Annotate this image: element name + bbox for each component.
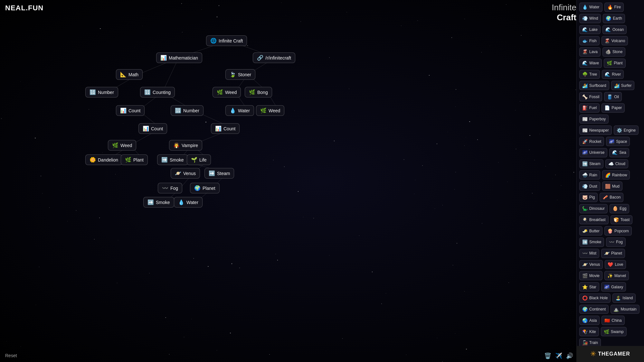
node-r-infinitecraft[interactable]: 🔗/r/infinitecraft (253, 52, 295, 63)
node-number2[interactable]: 🔢Number (171, 105, 204, 116)
sidebar-item-38[interactable]: 🍞Toast (611, 215, 633, 225)
node-label-smoke1: Smoke (170, 157, 184, 162)
sidebar-item-22[interactable]: ⚙️Engine (614, 125, 639, 135)
sidebar-item-45[interactable]: 🪐Venus (579, 260, 603, 269)
sidebar-item-13[interactable]: 🌊River (602, 70, 624, 79)
sidebar-item-0[interactable]: 💧Water (579, 3, 602, 12)
sidebar-emoji-23: 🚀 (582, 139, 588, 144)
sidebar-item-5[interactable]: 🌊Ocean (602, 25, 627, 34)
node-plant[interactable]: 🌿Plant (121, 154, 148, 165)
sidebar-item-54[interactable]: ⛰️Mountain (611, 305, 639, 314)
sound-icon[interactable]: 🔊 (566, 352, 573, 359)
sidebar-item-24[interactable]: 🌌Space (606, 137, 630, 146)
sidebar-item-46[interactable]: ❤️Love (605, 260, 626, 269)
node-planet1[interactable]: 🌍Planet (190, 183, 220, 193)
sidebar-item-12[interactable]: 🌳Tree (579, 70, 600, 79)
node-water2[interactable]: 💧Water (174, 197, 203, 208)
sidebar-item-42[interactable]: 〰️Fog (606, 237, 626, 247)
node-stoner[interactable]: 🍃Stoner (225, 69, 255, 80)
sidebar-emoji-50: 🌌 (604, 284, 610, 290)
sidebar-item-21[interactable]: 📰Newspaper (579, 125, 612, 135)
sidebar-item-8[interactable]: 🌋Lava (579, 47, 601, 57)
node-number1[interactable]: 🔢Number (85, 87, 118, 97)
sidebar-item-16[interactable]: 🦴Fossil (579, 92, 602, 101)
sidebar-item-1[interactable]: 🔥Fire (604, 3, 624, 12)
sidebar-item-55[interactable]: 🌏Asia (579, 316, 600, 325)
sidebar-item-28[interactable]: ☁️Cloud (605, 159, 628, 169)
sidebar-item-41[interactable]: ➡️Smoke (579, 237, 604, 247)
node-count2[interactable]: 📊Count (138, 123, 167, 134)
trash-icon[interactable]: 🗑️ (544, 352, 551, 359)
sidebar-item-48[interactable]: ✨Marvel (604, 271, 629, 280)
node-vampire[interactable]: 🧛Vampire (169, 140, 202, 151)
sidebar-item-47[interactable]: 🎬Movie (579, 271, 602, 280)
sidebar-item-50[interactable]: 🌌Galaxy (601, 282, 626, 292)
sidebar-item-15[interactable]: 🏄Surfer (611, 81, 635, 90)
node-smoke1[interactable]: ➡️Smoke (157, 154, 188, 165)
node-weed3[interactable]: 🌿Weed (108, 140, 136, 151)
sidebar-item-32[interactable]: 🟫Mud (602, 181, 622, 191)
sidebar-item-27[interactable]: ➡️Steam (579, 159, 603, 169)
sidebar-item-57[interactable]: 🪁Kite (579, 327, 599, 336)
node-count3[interactable]: 📊Count (211, 123, 240, 134)
node-steam1[interactable]: ➡️Steam (204, 168, 234, 179)
sidebar-item-35[interactable]: 🦕Dinosaur (579, 204, 608, 213)
node-life[interactable]: 🌱Life (187, 154, 211, 165)
node-dandelion[interactable]: 🌼Dandelion (85, 154, 122, 165)
sidebar-item-51[interactable]: ⭕Black Hole (579, 293, 611, 303)
sidebar-item-4[interactable]: 🌊Lake (579, 25, 601, 34)
sidebar-item-53[interactable]: 🌍Continent (579, 305, 609, 314)
reset-button[interactable]: Reset (5, 353, 17, 358)
sidebar-item-10[interactable]: 🌊Wave (579, 59, 602, 68)
share-icon[interactable]: ✈️ (555, 352, 562, 359)
sidebar-item-11[interactable]: 🌿Plant (604, 59, 625, 68)
sidebar-item-30[interactable]: 🌈Rainbow (602, 170, 630, 180)
sidebar-item-43[interactable]: 〰️Mist (579, 249, 599, 258)
node-count1[interactable]: 📊Count (116, 105, 145, 116)
sidebar-item-33[interactable]: 🐷Pig (579, 193, 598, 202)
sidebar-emoji-6: 🐟 (582, 38, 588, 43)
sidebar-item-31[interactable]: 💨Dust (579, 181, 600, 191)
node-water1[interactable]: 💧Water (225, 105, 254, 116)
sidebar-item-34[interactable]: 🥓Bacon (600, 193, 623, 202)
node-weed1[interactable]: 🌿Weed (213, 87, 241, 97)
sidebar-item-52[interactable]: 🏝️Island (612, 293, 636, 303)
sidebar-item-17[interactable]: 🛢️Oil (604, 92, 622, 101)
sidebar-item-23[interactable]: 🚀Rocket (579, 137, 604, 146)
sidebar-item-36[interactable]: 🥚Egg (610, 204, 629, 213)
sidebar-item-26[interactable]: 🌊Sea (609, 148, 629, 157)
node-counting[interactable]: 🔢Counting (140, 87, 175, 97)
sidebar-item-3[interactable]: 🌍Earth (603, 14, 625, 23)
sidebar-label-55: Asia (589, 318, 597, 323)
sidebar-item-2[interactable]: 💨Wind (579, 14, 601, 23)
sidebar-item-40[interactable]: 🍿Popcorn (604, 226, 632, 236)
sidebar-item-9[interactable]: 🪨Stone (602, 47, 625, 57)
sidebar-item-58[interactable]: 🌿Swamp (601, 327, 627, 336)
sidebar-label-10: Wave (589, 61, 599, 65)
sidebar-item-56[interactable]: 🇨🇳China (601, 316, 624, 325)
sidebar-item-20[interactable]: 📰Paperboy (579, 115, 609, 124)
node-weed2[interactable]: 🌿Weed (256, 105, 284, 116)
sidebar-item-14[interactable]: 🏄Surfboard (579, 81, 609, 90)
sidebar-item-19[interactable]: 📄Paper (601, 103, 625, 113)
sidebar-item-6[interactable]: 🐟Fish (579, 36, 600, 45)
sidebar-item-29[interactable]: 🌧️Rain (579, 170, 600, 180)
sidebar-item-7[interactable]: 🌋Volcano (601, 36, 628, 45)
sidebar-item-18[interactable]: ⛽Fuel (579, 103, 600, 113)
node-math[interactable]: 📐Math (116, 69, 143, 80)
node-bong[interactable]: 🌿Bong (245, 87, 272, 97)
sidebar-emoji-40: 🍿 (607, 228, 613, 234)
node-smoke2[interactable]: ➡️Smoke (143, 197, 174, 208)
sidebar-item-37[interactable]: 🍳Breakfast (579, 215, 609, 225)
sidebar-item-39[interactable]: 🧈Butter (579, 226, 602, 236)
sidebar-emoji-31: 💨 (582, 184, 588, 189)
sidebar-item-44[interactable]: 🪐Planet (601, 249, 625, 258)
sidebar-item-25[interactable]: 🌌Universe (579, 148, 607, 157)
node-mathematician[interactable]: 📊Mathematician (156, 52, 202, 63)
node-venus1[interactable]: 🪐Venus (171, 168, 200, 179)
node-infinite-craft[interactable]: 🌐Infinite Craft (206, 35, 247, 46)
sidebar-label-1: Fire (614, 5, 621, 9)
sidebar-item-49[interactable]: ⭐Star (579, 282, 599, 292)
sidebar-label-51: Black Hole (589, 296, 608, 300)
node-fog1[interactable]: 〰️Fog (158, 183, 182, 193)
